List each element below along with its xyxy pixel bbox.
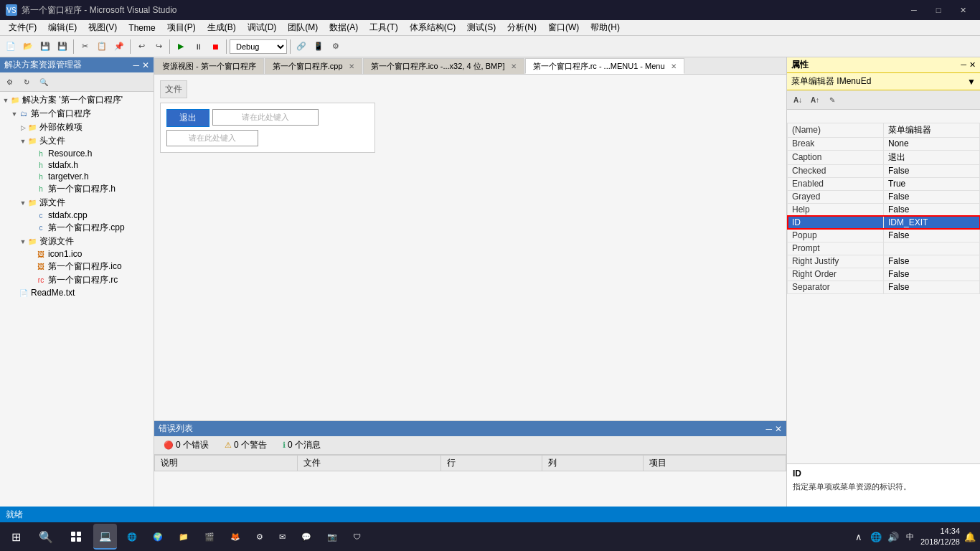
prop-value[interactable]: False xyxy=(884,255,980,268)
exit-menu-item[interactable]: 退出 xyxy=(166,109,209,127)
prop-row[interactable]: GrayedFalse xyxy=(788,190,980,203)
taskbar-app-explorer[interactable]: 🌐 xyxy=(121,524,143,550)
prop-row[interactable]: SeparatorFalse xyxy=(788,281,980,293)
tree-item-headers[interactable]: ▼ 📁 头文件 xyxy=(1,134,152,148)
volume-icon[interactable]: 🔊 xyxy=(886,529,900,544)
tree-item-resources[interactable]: ▼ 📁 资源文件 xyxy=(1,235,152,248)
tb-saveall[interactable]: 💾 xyxy=(55,39,70,55)
prop-dropdown-icon[interactable]: ▼ xyxy=(966,217,975,227)
menu-view[interactable]: 视图(V) xyxy=(83,20,123,35)
expand-icon[interactable]: ▼ xyxy=(19,237,27,246)
prop-value[interactable]: False xyxy=(884,268,980,281)
prop-row[interactable]: Prompt xyxy=(788,242,980,255)
tb-attach[interactable]: 🔗 xyxy=(293,39,309,55)
menu-analyze[interactable]: 分析(N) xyxy=(501,20,542,35)
expand-icon[interactable]: ▼ xyxy=(1,96,10,105)
tree-item-project[interactable]: ▼ 🗂 第一个窗口程序 xyxy=(1,107,152,121)
tree-item-main-rc[interactable]: rc 第一个窗口程序.rc xyxy=(1,273,152,287)
close-button[interactable]: ✕ xyxy=(951,3,974,17)
el-filter-warnings[interactable]: ⚠ 0 个警告 xyxy=(220,438,272,453)
el-filter-errors[interactable]: 🔴 0 个错误 xyxy=(159,438,214,453)
se-refresh-btn[interactable]: ↻ xyxy=(19,74,34,90)
prop-value[interactable]: IDM_EXIT ▼ xyxy=(884,216,980,229)
pp-sort-asc-btn[interactable]: A↓ xyxy=(790,92,806,108)
prop-row[interactable]: Right OrderFalse xyxy=(788,268,980,281)
prop-value[interactable]: False xyxy=(884,190,980,203)
se-unpin-icon[interactable]: ✕ xyxy=(142,60,149,70)
taskbar-app-settings[interactable]: ⚙ xyxy=(250,524,269,550)
tb-options[interactable]: ⚙ xyxy=(328,39,344,55)
menu-data[interactable]: 数据(A) xyxy=(324,20,364,35)
pp-edit-btn[interactable]: ✎ xyxy=(824,92,840,108)
tree-item-resource-h[interactable]: h Resource.h xyxy=(1,148,152,159)
taskbar-app-file[interactable]: 📁 xyxy=(173,524,194,550)
tb-copy[interactable]: 📋 xyxy=(94,39,110,55)
tab-main-rc[interactable]: 第一个窗口程序.rc - ...MENU1 - Menu ✕ xyxy=(525,58,684,74)
taskbar-app-media[interactable]: 🎬 xyxy=(199,524,220,550)
expand-icon[interactable]: ▼ xyxy=(10,110,19,118)
tab-main-cpp[interactable]: 第一个窗口程序.cpp ✕ xyxy=(265,58,362,74)
task-view-button[interactable] xyxy=(63,524,89,550)
taskbar-app-vs[interactable]: 💻 xyxy=(93,524,117,550)
tree-item-main-cpp[interactable]: c 第一个窗口程序.cpp xyxy=(1,221,152,235)
pp-unpin-icon[interactable]: ✕ xyxy=(969,60,976,70)
minimize-button[interactable]: ─ xyxy=(903,3,925,17)
prop-row[interactable]: HelpFalse xyxy=(788,203,980,216)
tb-cut[interactable]: ✂ xyxy=(77,39,93,55)
start-button[interactable]: ⊞ xyxy=(3,524,29,550)
prop-value[interactable]: False xyxy=(884,281,980,293)
tree-item-readme[interactable]: 📄 ReadMe.txt xyxy=(1,287,152,298)
prop-value[interactable]: 退出 xyxy=(884,150,980,164)
prop-value[interactable]: True xyxy=(884,177,980,190)
taskbar-app-shield[interactable]: 🛡 xyxy=(347,524,367,550)
menu-project[interactable]: 项目(P) xyxy=(161,20,202,35)
tree-item-sources[interactable]: ▼ 📁 源文件 xyxy=(1,196,152,209)
menu-tools[interactable]: 工具(T) xyxy=(364,20,403,35)
prop-value[interactable]: 菜单编辑器 xyxy=(884,123,980,137)
prop-row[interactable]: EnabledTrue xyxy=(788,177,980,190)
tb-paste[interactable]: 📌 xyxy=(111,39,127,55)
prop-row[interactable]: Right JustifyFalse xyxy=(788,255,980,268)
search-button[interactable]: 🔍 xyxy=(33,524,59,550)
el-col-desc[interactable]: 说明 xyxy=(155,456,298,471)
tab-close-icon[interactable]: ✕ xyxy=(511,62,517,70)
tb-open[interactable]: 📂 xyxy=(20,39,36,55)
input-method-icon[interactable]: 中 xyxy=(903,529,918,544)
expand-icon[interactable]: ▷ xyxy=(19,123,27,132)
clock[interactable]: 14:34 2018/12/28 xyxy=(920,526,960,548)
el-col-file[interactable]: 文件 xyxy=(298,456,440,471)
placeholder-cell-1[interactable]: 请在此处键入 xyxy=(212,109,319,126)
tree-item-icon1[interactable]: 🖼 icon1.ico xyxy=(1,248,152,260)
el-unpin-icon[interactable]: ✕ xyxy=(775,424,782,434)
prop-value[interactable]: False xyxy=(884,203,980,216)
pp-pin-icon[interactable]: ─ xyxy=(961,60,966,70)
prop-row[interactable]: PopupFalse xyxy=(788,229,980,242)
tray-expand-icon[interactable]: ∧ xyxy=(852,529,866,544)
menu-test[interactable]: 测试(S) xyxy=(461,20,501,35)
menu-debug[interactable]: 调试(D) xyxy=(242,20,283,35)
expand-icon[interactable]: ▼ xyxy=(19,137,27,146)
el-col-line[interactable]: 行 xyxy=(440,456,542,471)
tree-item-stdafx-h[interactable]: h stdafx.h xyxy=(1,159,152,171)
tb-device[interactable]: 📱 xyxy=(311,39,326,55)
menu-theme[interactable]: Theme xyxy=(123,22,161,34)
menu-help[interactable]: 帮助(H) xyxy=(585,20,626,35)
taskbar-app-chat[interactable]: 💬 xyxy=(296,524,317,550)
taskbar-app-mail[interactable]: ✉ xyxy=(273,524,291,550)
tree-item-targetver-h[interactable]: h targetver.h xyxy=(1,171,152,182)
el-filter-messages[interactable]: ℹ 0 个消息 xyxy=(278,438,326,453)
network-icon[interactable]: 🌐 xyxy=(869,529,883,544)
tb-undo[interactable]: ↩ xyxy=(133,39,149,55)
tab-resource-view[interactable]: 资源视图 - 第一个窗口程序 xyxy=(154,58,264,74)
prop-row[interactable]: BreakNone xyxy=(788,137,980,150)
menu-build[interactable]: 生成(B) xyxy=(202,20,242,35)
pp-sort-cat-btn[interactable]: A↑ xyxy=(807,92,823,108)
pp-dropdown-icon[interactable]: ▼ xyxy=(967,77,976,87)
se-filter-btn[interactable]: 🔍 xyxy=(36,74,52,90)
tree-item-solution[interactable]: ▼ 📁 解决方案 '第一个窗口程序' xyxy=(1,93,152,107)
tree-item-external[interactable]: ▷ 📁 外部依赖项 xyxy=(1,121,152,134)
tree-item-stdafx-cpp[interactable]: c stdafx.cpp xyxy=(1,209,152,221)
menu-team[interactable]: 团队(M) xyxy=(282,20,324,35)
prop-value[interactable] xyxy=(884,242,980,255)
prop-value[interactable]: False xyxy=(884,229,980,242)
